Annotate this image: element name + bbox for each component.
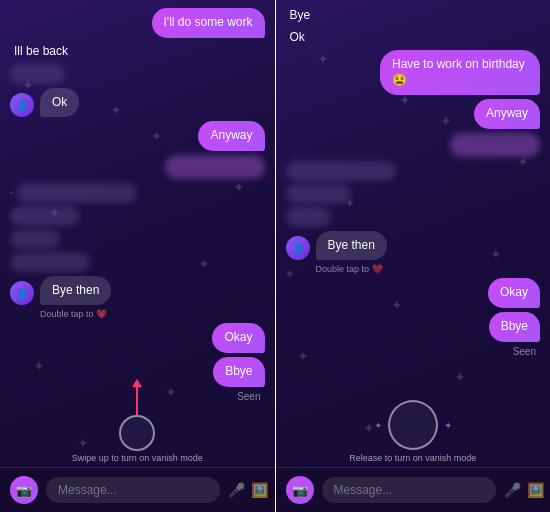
message-text: Bye	[286, 6, 315, 24]
input-bar: 📷 🎤 🖼️ 😊	[0, 467, 275, 512]
avatar: 👤	[10, 93, 34, 117]
message-text: Ill be back	[10, 42, 72, 60]
message-row: Ok	[286, 28, 541, 46]
blurred-bubble	[286, 161, 396, 181]
avatar: 👤	[10, 281, 34, 305]
star-decoration: ✦	[374, 420, 382, 431]
vanish-circle-active[interactable]	[388, 400, 438, 450]
blurred-bubble	[17, 183, 137, 203]
blurred-bubble	[286, 184, 351, 204]
message-bubble: Okay	[212, 323, 264, 353]
input-icons: 🎤 🖼️ 😊	[504, 482, 551, 498]
avatar: 👤	[286, 236, 310, 260]
chat-area-right: Bye Ok Have to work on birthday 😫 Anyway	[276, 0, 551, 392]
right-panel: ✦ ✦ ✦ ✦ ✦ ✦ ✦ ✦ ✦ ✦ ✦ Bye Ok Have to wor…	[276, 0, 551, 512]
message-row: Okay	[10, 323, 265, 353]
gallery-icon[interactable]: 🖼️	[527, 482, 544, 498]
camera-button[interactable]: 📷	[286, 476, 314, 504]
message-row: Okay	[286, 278, 541, 308]
message-row: Ill be back	[10, 42, 265, 60]
double-tap-hint: Double tap to ❤️	[40, 309, 265, 319]
message-bubble: Bbye	[213, 357, 264, 387]
message-bubble: Anyway	[198, 121, 264, 151]
message-row: Bbye	[286, 312, 541, 342]
mic-icon[interactable]: 🎤	[228, 482, 245, 498]
input-icons: 🎤 🖼️ 😊	[228, 482, 275, 498]
vanish-mode-area[interactable]: Swipe up to turn on vanish mode	[0, 409, 275, 467]
message-row	[10, 155, 265, 179]
blurred-bubble	[10, 252, 90, 272]
message-bubble: Anyway	[474, 99, 540, 129]
star-decoration: ✦	[444, 420, 452, 431]
vanish-mode-active-area[interactable]: ✦ ✦ Release to turn on vanish mode	[276, 392, 551, 467]
message-bubble: Have to work on birthday 😫	[380, 50, 540, 95]
message-row: 👤 Ok	[10, 88, 265, 118]
message-row	[10, 64, 265, 84]
message-text: Ok	[286, 28, 309, 46]
seen-indicator: Seen	[10, 391, 261, 402]
blurred-bubble	[165, 155, 265, 179]
message-row	[286, 161, 541, 227]
vanish-circle[interactable]	[119, 415, 155, 451]
message-bubble: Okay	[488, 278, 540, 308]
mic-icon[interactable]: 🎤	[504, 482, 521, 498]
blurred-bubble	[10, 206, 80, 226]
left-panel: ✦ ✦ ✦ ✦ ✦ ✦ ✦ ✦ ✦ ✦ ✦ ✦ I'll do some wor…	[0, 0, 275, 512]
release-text: Release to turn on vanish mode	[349, 453, 476, 463]
input-bar: 📷 🎤 🖼️ 😊	[276, 467, 551, 512]
message-row: Anyway	[10, 121, 265, 151]
camera-button[interactable]: 📷	[10, 476, 38, 504]
blurred-bubble	[10, 229, 60, 249]
message-bubble: Ok	[40, 88, 79, 118]
message-bubble: Bye then	[40, 276, 111, 306]
message-bubble: Bbye	[489, 312, 540, 342]
message-row	[286, 133, 541, 157]
double-tap-hint: Double tap to ❤️	[316, 264, 541, 274]
seen-indicator: Seen	[286, 346, 537, 357]
message-row: Bye	[286, 6, 541, 24]
vanish-mode-text: Swipe up to turn on vanish mode	[72, 453, 203, 463]
message-row: ·	[10, 183, 265, 272]
chat-area-left: I'll do some work Ill be back 👤 Ok Anywa…	[0, 0, 275, 409]
message-input[interactable]	[322, 477, 496, 503]
message-row: 👤 Bye then	[10, 276, 265, 306]
message-row: 👤 Bye then	[286, 231, 541, 261]
message-bubble: Bye then	[316, 231, 387, 261]
blurred-bubble	[286, 207, 331, 227]
message-bubble: I'll do some work	[152, 8, 265, 38]
gallery-icon[interactable]: 🖼️	[251, 482, 268, 498]
blurred-bubble	[10, 64, 65, 84]
message-row: I'll do some work	[10, 8, 265, 38]
message-row: Anyway	[286, 99, 541, 129]
message-input[interactable]	[46, 477, 220, 503]
message-row: Have to work on birthday 😫	[286, 50, 541, 95]
sticker-icon[interactable]: 😊	[274, 482, 275, 498]
blurred-bubble	[450, 133, 540, 157]
